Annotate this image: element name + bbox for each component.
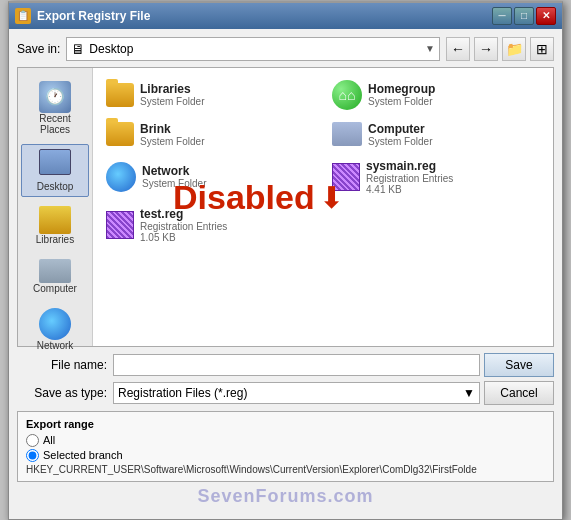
selected-label: Selected branch (43, 449, 123, 461)
sidebar-item-recent-places[interactable]: 🕐 Recent Places (21, 76, 89, 140)
close-button[interactable]: ✕ (536, 7, 556, 25)
libraries-type: System Folder (140, 96, 204, 107)
selected-branch-radio[interactable] (26, 449, 39, 462)
desktop-icon (39, 149, 71, 175)
bottom-fields: File name: Save Save as type: Registrati… (17, 353, 554, 405)
testreg-type: Registration Entries (140, 221, 227, 232)
export-range: Export range All Selected branch HKEY_CU… (17, 411, 554, 482)
testreg-info: test.reg Registration Entries 1.05 KB (140, 207, 227, 243)
sysmain-info: sysmain.reg Registration Entries 4.41 KB (366, 159, 453, 195)
filename-label: File name: (17, 358, 107, 372)
brink-type: System Folder (140, 136, 204, 147)
network-file-icon (106, 162, 136, 192)
sidebar: 🕐 Recent Places Desktop Libraries Comput… (18, 68, 93, 346)
savetype-field-area: Registration Files (*.reg) ▼ Cancel (113, 381, 554, 405)
homegroup-name: Homegroup (368, 82, 435, 96)
computer-type: System Folder (368, 136, 432, 147)
computer-name: Computer (368, 122, 432, 136)
toolbar-icons: ← → 📁 ⊞ (446, 37, 554, 61)
sidebar-item-libraries-label: Libraries (36, 234, 74, 245)
file-item-homegroup[interactable]: ⌂⌂ Homegroup System Folder (327, 76, 545, 114)
filename-field-area: Save (113, 353, 554, 377)
savetype-value: Registration Files (*.reg) (118, 386, 247, 400)
sysmain-icon (332, 163, 360, 191)
filename-row: File name: Save (17, 353, 554, 377)
savetype-combo[interactable]: Registration Files (*.reg) ▼ (113, 382, 480, 404)
network-name: Network (142, 164, 206, 178)
homegroup-info: Homegroup System Folder (368, 82, 435, 107)
sidebar-item-desktop-label: Desktop (37, 181, 74, 192)
savetype-label: Save as type: (17, 386, 107, 400)
all-label: All (43, 434, 55, 446)
minimize-button[interactable]: ─ (492, 7, 512, 25)
sysmain-size: 4.41 KB (366, 184, 453, 195)
homegroup-type: System Folder (368, 96, 435, 107)
homegroup-icon: ⌂⌂ (332, 80, 362, 110)
sysmain-type: Registration Entries (366, 173, 453, 184)
file-item-computer[interactable]: Computer System Folder (327, 118, 545, 151)
computer-file-icon (332, 122, 362, 146)
all-radio-row: All (26, 434, 545, 447)
selected-radio-row: Selected branch (26, 449, 545, 462)
sidebar-item-libraries[interactable]: Libraries (21, 201, 89, 250)
back-button[interactable]: ← (446, 37, 470, 61)
savetype-arrow-icon: ▼ (463, 386, 475, 400)
sysmain-name: sysmain.reg (366, 159, 453, 173)
branch-path: HKEY_CURRENT_USER\Software\Microsoft\Win… (26, 464, 545, 475)
watermark: SevenForums.com (17, 482, 554, 511)
export-registry-dialog: 📋 Export Registry File ─ □ ✕ Save in: 🖥 … (8, 1, 563, 520)
libraries-folder-icon (106, 83, 134, 107)
sidebar-item-desktop[interactable]: Desktop (21, 144, 89, 197)
network-info: Network System Folder (142, 164, 206, 189)
computer-icon (39, 259, 71, 283)
filename-input[interactable] (113, 354, 480, 376)
chevron-down-icon: ▼ (425, 43, 435, 54)
sidebar-item-recent-places-label: Recent Places (26, 113, 84, 135)
sidebar-item-computer-label: Computer (33, 283, 77, 294)
views-button[interactable]: ⊞ (530, 37, 554, 61)
sidebar-item-network-label: Network (37, 340, 74, 351)
file-item-libraries[interactable]: Libraries System Folder (101, 76, 319, 114)
libraries-name: Libraries (140, 82, 204, 96)
title-buttons: ─ □ ✕ (492, 7, 556, 25)
forward-button[interactable]: → (474, 37, 498, 61)
recent-places-icon: 🕐 (39, 81, 71, 113)
brink-name: Brink (140, 122, 204, 136)
save-in-label: Save in: (17, 42, 60, 56)
file-item-sysmain[interactable]: sysmain.reg Registration Entries 4.41 KB (327, 155, 545, 199)
window-icon: 📋 (15, 8, 31, 24)
savetype-row: Save as type: Registration Files (*.reg)… (17, 381, 554, 405)
network-icon (39, 308, 71, 340)
brink-folder-icon (106, 122, 134, 146)
save-in-row: Save in: 🖥 Desktop ▼ ← → 📁 ⊞ (17, 37, 554, 61)
testreg-icon (106, 211, 134, 239)
sidebar-item-computer[interactable]: Computer (21, 254, 89, 299)
folder-icon: 🖥 (71, 41, 85, 57)
maximize-button[interactable]: □ (514, 7, 534, 25)
testreg-name: test.reg (140, 207, 227, 221)
title-bar: 📋 Export Registry File ─ □ ✕ (9, 3, 562, 29)
file-area: Libraries System Folder ⌂⌂ Homegroup Sys… (93, 68, 553, 346)
libraries-info: Libraries System Folder (140, 82, 204, 107)
testreg-size: 1.05 KB (140, 232, 227, 243)
network-type: System Folder (142, 178, 206, 189)
libraries-icon (39, 206, 71, 234)
new-folder-button[interactable]: 📁 (502, 37, 526, 61)
file-item-testreg[interactable]: test.reg Registration Entries 1.05 KB (101, 203, 319, 247)
title-bar-left: 📋 Export Registry File (15, 8, 150, 24)
file-item-network[interactable]: Network System Folder (101, 155, 319, 199)
sidebar-item-network[interactable]: Network (21, 303, 89, 356)
main-area: 🕐 Recent Places Desktop Libraries Comput… (17, 67, 554, 347)
file-item-brink[interactable]: Brink System Folder (101, 118, 319, 151)
export-range-title: Export range (26, 418, 545, 430)
save-in-value: Desktop (89, 42, 421, 56)
window-title: Export Registry File (37, 9, 150, 23)
computer-info: Computer System Folder (368, 122, 432, 147)
all-radio[interactable] (26, 434, 39, 447)
save-button[interactable]: Save (484, 353, 554, 377)
save-in-combo[interactable]: 🖥 Desktop ▼ (66, 37, 440, 61)
dialog-content: Save in: 🖥 Desktop ▼ ← → 📁 ⊞ 🕐 Recent Pl… (9, 29, 562, 519)
cancel-button[interactable]: Cancel (484, 381, 554, 405)
brink-info: Brink System Folder (140, 122, 204, 147)
